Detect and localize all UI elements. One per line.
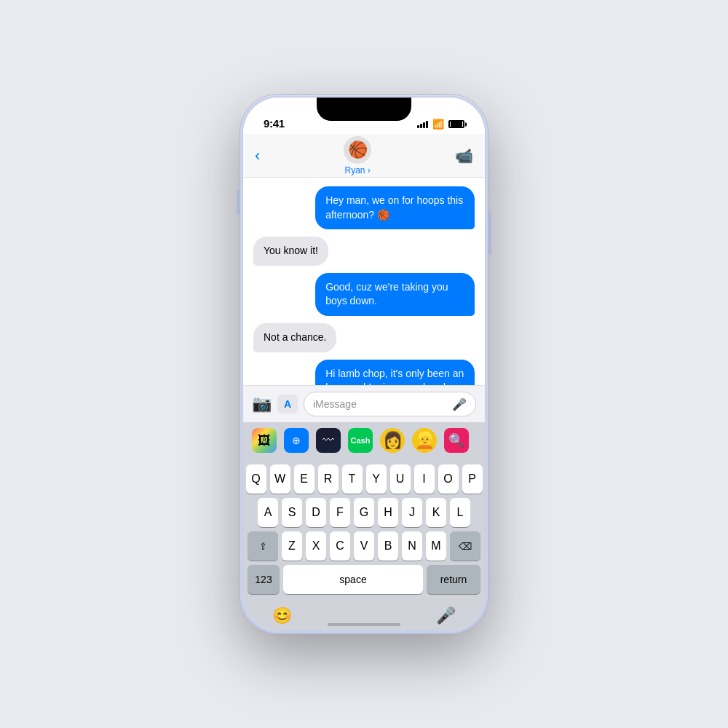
key-G[interactable]: G	[354, 498, 374, 527]
message-text: Hey man, we on for hoops this afternoon?…	[325, 194, 463, 221]
keyboard-row-1: Q W E R T Y U I O P	[248, 464, 480, 494]
key-D[interactable]: D	[306, 498, 326, 527]
key-H[interactable]: H	[378, 498, 398, 527]
battery-icon	[448, 120, 464, 128]
camera-icon[interactable]: 📷	[252, 395, 272, 414]
status-time: 9:41	[264, 117, 285, 130]
key-M[interactable]: M	[426, 531, 446, 561]
music-waves-icon[interactable]: 〰	[316, 428, 341, 453]
delete-key[interactable]: ⌫	[450, 531, 480, 561]
message-bubble-sent: Hi lamb chop, it's only been an hour and…	[315, 360, 475, 385]
phone-frame: 9:41 📶 ‹ 🏀 Ryan 📹	[240, 95, 488, 633]
key-T[interactable]: T	[342, 464, 363, 494]
key-S[interactable]: S	[282, 498, 302, 527]
memoji2-icon[interactable]: 👱	[412, 428, 437, 453]
key-A[interactable]: A	[258, 498, 278, 527]
mic-icon[interactable]: 🎤	[452, 397, 467, 411]
shift-key[interactable]: ⇧	[248, 531, 278, 561]
key-E[interactable]: E	[294, 464, 314, 494]
keyboard-row-3: ⇧ Z X C V B N M ⌫	[248, 531, 480, 561]
message-input[interactable]: iMessage 🎤	[304, 392, 476, 416]
app-strip: 🖼 ⊕ 〰 Cash 👩 👱 🔍	[243, 422, 485, 459]
key-U[interactable]: U	[390, 464, 411, 494]
input-bar: 📷 A iMessage 🎤	[243, 385, 485, 422]
photos-app-icon[interactable]: 🖼	[252, 428, 277, 453]
home-indicator	[328, 623, 400, 626]
message-text: Hi lamb chop, it's only been an hour and…	[325, 368, 464, 385]
video-call-button[interactable]: 📹	[455, 147, 473, 165]
message-bubble-sent: Good, cuz we're taking you boys down.	[315, 273, 475, 316]
keyboard: Q W E R T Y U I O P A S D F G H J K	[243, 459, 485, 601]
contact-avatar: 🏀	[344, 136, 371, 164]
key-X[interactable]: X	[306, 531, 326, 561]
key-B[interactable]: B	[378, 531, 398, 561]
key-V[interactable]: V	[354, 531, 374, 561]
apps-icon[interactable]: A	[277, 395, 298, 414]
key-O[interactable]: O	[438, 464, 459, 494]
back-button[interactable]: ‹	[255, 146, 260, 165]
cash-icon[interactable]: Cash	[348, 428, 373, 453]
input-placeholder: iMessage	[313, 398, 357, 410]
keyboard-row-2: A S D F G H J K L	[248, 498, 480, 527]
nav-bar: ‹ 🏀 Ryan 📹	[243, 134, 485, 178]
key-Q[interactable]: Q	[246, 464, 266, 494]
key-L[interactable]: L	[450, 498, 470, 527]
key-I[interactable]: I	[414, 464, 435, 494]
key-Z[interactable]: Z	[282, 531, 302, 561]
messages-area: Hey man, we on for hoops this afternoon?…	[243, 178, 485, 385]
appstore-icon[interactable]: ⊕	[284, 428, 309, 453]
dictation-icon[interactable]: 🎤	[436, 606, 456, 625]
key-R[interactable]: R	[318, 464, 339, 494]
key-F[interactable]: F	[330, 498, 350, 527]
message-bubble-sent: Hey man, we on for hoops this afternoon?…	[315, 186, 475, 229]
keyboard-row-4: 123 space return	[248, 565, 480, 594]
numbers-key[interactable]: 123	[248, 565, 280, 594]
search-globe-icon[interactable]: 🔍	[444, 428, 469, 453]
key-C[interactable]: C	[330, 531, 350, 561]
space-key[interactable]: space	[283, 565, 423, 594]
phone-screen: 9:41 📶 ‹ 🏀 Ryan 📹	[243, 98, 485, 630]
wifi-icon: 📶	[432, 119, 444, 130]
bottom-bar: 😊 🎤	[243, 601, 485, 630]
key-P[interactable]: P	[462, 464, 483, 494]
message-text: Not a chance.	[264, 331, 326, 343]
memoji1-icon[interactable]: 👩	[380, 428, 405, 453]
return-key[interactable]: return	[427, 565, 480, 594]
status-icons: 📶	[417, 119, 464, 130]
message-text: You know it!	[264, 245, 318, 256]
signal-icon	[417, 121, 428, 128]
emoji-icon[interactable]: 😊	[272, 606, 292, 625]
key-K[interactable]: K	[426, 498, 446, 527]
key-N[interactable]: N	[402, 531, 422, 561]
key-J[interactable]: J	[402, 498, 422, 527]
key-Y[interactable]: Y	[366, 464, 387, 494]
contact-info[interactable]: 🏀 Ryan	[344, 136, 371, 175]
contact-name: Ryan	[344, 165, 370, 175]
message-bubble-received: You know it!	[253, 237, 328, 266]
message-bubble-received: Not a chance.	[253, 323, 336, 352]
notch	[317, 98, 411, 121]
key-W[interactable]: W	[270, 464, 290, 494]
message-text: Good, cuz we're taking you boys down.	[325, 281, 448, 307]
